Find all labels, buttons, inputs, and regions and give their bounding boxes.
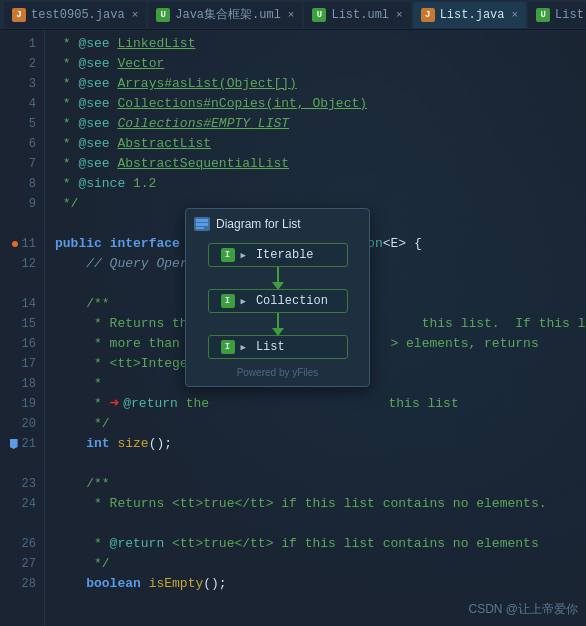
code-line-28: boolean isEmpty ();: [55, 574, 586, 594]
diagram-node-collection[interactable]: I ▶ Collection: [208, 289, 348, 313]
line-num-6: 6: [0, 134, 44, 154]
line-num-13: [0, 274, 44, 294]
code-line-6: * @see AbstractList: [55, 134, 586, 154]
code-line-24: * Returns <tt>true</tt> if this list con…: [55, 494, 586, 514]
arrow-collection-list: [277, 313, 279, 335]
code-line-27: */: [55, 554, 586, 574]
line-num-8: 8: [0, 174, 44, 194]
red-arrow-icon: ➜: [110, 394, 120, 414]
line-num-20: 20: [0, 414, 44, 434]
code-line-2: * @see Vector: [55, 54, 586, 74]
code-line-5: * @see Collections#EMPTY_LIST: [55, 114, 586, 134]
line-num-16: 16: [0, 334, 44, 354]
svg-rect-0: [196, 219, 208, 222]
tab-list[interactable]: U List: [528, 2, 586, 28]
code-line-19: * ➜ @return the this list: [55, 394, 586, 414]
line-num-7: 7: [0, 154, 44, 174]
tab-label-list: List: [555, 8, 584, 22]
line-num-5: 5: [0, 114, 44, 134]
node-label-iterable: Iterable: [256, 248, 314, 262]
node-label-list: List: [256, 340, 285, 354]
close-tab-list-uml[interactable]: ×: [396, 9, 403, 21]
diagram-nodes: I ▶ Iterable I ▶ Collection: [194, 243, 361, 359]
code-line-1: * @see LinkedList: [55, 34, 586, 54]
line-num-3: 3: [0, 74, 44, 94]
tab-icon-list: U: [536, 8, 550, 22]
node-icon-list: I: [221, 340, 235, 354]
tab-list-uml[interactable]: U List.uml ×: [304, 2, 410, 28]
close-tab-list-java[interactable]: ×: [511, 9, 518, 21]
line-num-19: 19: [0, 394, 44, 414]
line-num-2: 2: [0, 54, 44, 74]
diagram-node-list[interactable]: I ▶ List: [208, 335, 348, 359]
line-num-23: 23: [0, 474, 44, 494]
line-num-24: 24: [0, 494, 44, 514]
code-line-25: [55, 514, 586, 534]
code-line-26: * @return <tt>true</tt> if this list con…: [55, 534, 586, 554]
tab-bar: J test0905.java × U Java集合框架.uml × U Lis…: [0, 0, 586, 30]
line-num-11: 11: [0, 234, 44, 254]
line-num-21: 21: [0, 434, 44, 454]
line-num-9: 9: [0, 194, 44, 214]
line-num-17: 17: [0, 354, 44, 374]
diagram-node-iterable[interactable]: I ▶ Iterable: [208, 243, 348, 267]
diagram-title-text: Diagram for List: [216, 217, 301, 231]
line-num-22: [0, 454, 44, 474]
arrow-iterable-collection: [277, 267, 279, 289]
tab-test0905[interactable]: J test0905.java ×: [4, 2, 146, 28]
code-line-4: * @see Collections#nCopies(int, Object): [55, 94, 586, 114]
line-num-1: 1: [0, 34, 44, 54]
code-line-20: */: [55, 414, 586, 434]
line-num-4: 4: [0, 94, 44, 114]
code-container: 1 2 3 4 5 6 7 8 9 11 12 14 15 16 17 18 1…: [0, 30, 586, 626]
tab-icon-test0905: J: [12, 8, 26, 22]
tab-label-list-java: List.java: [440, 8, 505, 22]
tab-list-java[interactable]: J List.java ×: [413, 2, 526, 28]
node-label-collection: Collection: [256, 294, 328, 308]
code-line-21: int size ();: [55, 434, 586, 454]
line-num-27: 27: [0, 554, 44, 574]
line-num-28: 28: [0, 574, 44, 594]
svg-rect-1: [196, 223, 208, 226]
line-num-25: [0, 514, 44, 534]
code-line-8: * @since 1.2: [55, 174, 586, 194]
line-num-14: 14: [0, 294, 44, 314]
code-line-7: * @see AbstractSequentialList: [55, 154, 586, 174]
diagram-title: Diagram for List: [194, 217, 361, 231]
tab-icon-list-uml: U: [312, 8, 326, 22]
svg-rect-2: [196, 227, 204, 229]
watermark: CSDN @让上帝爱你: [468, 601, 578, 618]
tab-java-collections[interactable]: U Java集合框架.uml ×: [148, 2, 302, 28]
close-tab-test0905[interactable]: ×: [132, 9, 139, 21]
close-tab-java-collections[interactable]: ×: [288, 9, 295, 21]
line-num-15: 15: [0, 314, 44, 334]
tab-icon-java-collections: U: [156, 8, 170, 22]
line-num-12: 12: [0, 254, 44, 274]
node-icon-iterable: I: [221, 248, 235, 262]
code-line-23: /**: [55, 474, 586, 494]
code-line-22: [55, 454, 586, 474]
line-numbers: 1 2 3 4 5 6 7 8 9 11 12 14 15 16 17 18 1…: [0, 30, 45, 626]
tab-label-java-collections: Java集合框架.uml: [175, 6, 281, 23]
uml-icon: [194, 217, 210, 231]
diagram-popup: Diagram for List I ▶ Iterable I ▶: [185, 208, 370, 387]
line-num-26: 26: [0, 534, 44, 554]
line-num-18: 18: [0, 374, 44, 394]
tab-icon-list-java: J: [421, 8, 435, 22]
tab-label-test0905: test0905.java: [31, 8, 125, 22]
line-num-10: [0, 214, 44, 234]
diagram-powered-by: Powered by yFiles: [194, 367, 361, 378]
code-line-3: * @see Arrays#asList(Object[]): [55, 74, 586, 94]
node-icon-collection: I: [221, 294, 235, 308]
tab-label-list-uml: List.uml: [331, 8, 389, 22]
